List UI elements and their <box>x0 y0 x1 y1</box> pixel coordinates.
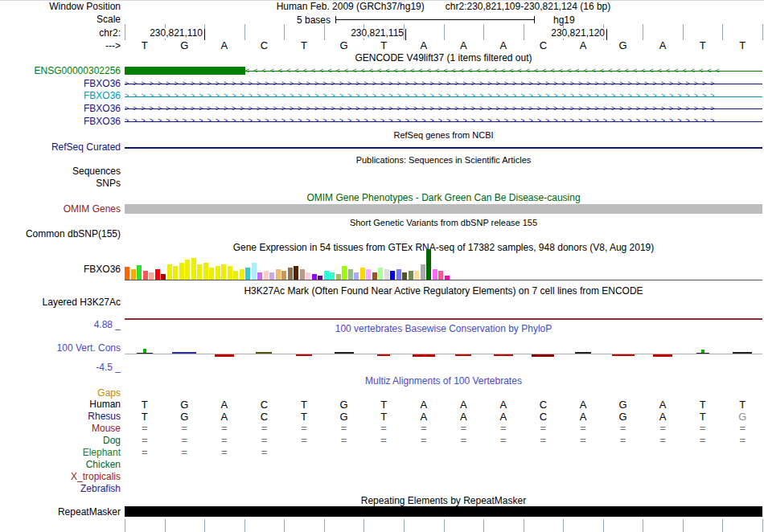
gtex-bar[interactable] <box>342 266 347 280</box>
track-caption-gencode[interactable]: GENCODE V49lift37 (1 items filtered out) <box>125 53 762 63</box>
gene-strand-arrows[interactable]: >>>>>>>>>>>>>>>>>>>>>>>>>>>>>>>>>>>>>>>>… <box>125 79 762 89</box>
multiz-rhesus-base[interactable]: C <box>252 411 276 423</box>
gtex-bar[interactable] <box>294 266 298 280</box>
multiz-dog-gap[interactable]: = <box>651 435 675 446</box>
multiz-human-base[interactable]: T <box>133 399 157 411</box>
multiz-human-base[interactable]: C <box>252 399 276 411</box>
phylop-mark[interactable] <box>215 354 234 357</box>
gtex-bar[interactable] <box>221 264 226 280</box>
multiz-dog-gap[interactable]: = <box>571 435 595 446</box>
gtex-bar[interactable] <box>300 269 305 280</box>
gtex-bar[interactable] <box>216 266 220 280</box>
multiz-elephant-gap[interactable]: = <box>172 447 196 458</box>
gene-strand-arrows[interactable]: >>>>>>>>>>>>>>>>>>>>>>>>>>>>>>>>>>>>>>>>… <box>125 104 762 114</box>
repeatmasker-bar[interactable] <box>125 506 762 517</box>
phylop-mark[interactable] <box>653 354 672 357</box>
track-label-zebrafish[interactable]: Zebrafish <box>0 484 121 494</box>
gtex-bar[interactable] <box>372 272 377 280</box>
gtex-bar[interactable] <box>360 268 365 280</box>
multiz-rhesus-base[interactable]: A <box>412 411 436 423</box>
gtex-bar[interactable] <box>264 271 269 280</box>
gtex-bar[interactable] <box>203 263 208 280</box>
multiz-rhesus-base[interactable]: G <box>332 411 356 423</box>
track-label-human[interactable]: Human <box>0 399 121 410</box>
multiz-rhesus-base[interactable]: A <box>451 411 475 423</box>
multiz-human-base[interactable]: T <box>372 399 396 411</box>
gtex-bar[interactable] <box>288 268 293 280</box>
phylop-mark[interactable] <box>575 352 591 354</box>
phylop-mark[interactable] <box>532 354 554 357</box>
multiz-rhesus-base[interactable]: G <box>611 411 635 423</box>
multiz-mouse-gap[interactable]: = <box>730 423 754 434</box>
multiz-dog-gap[interactable]: = <box>451 435 475 446</box>
multiz-elephant-gap[interactable]: = <box>212 447 236 458</box>
multiz-rhesus-base[interactable]: C <box>531 411 555 423</box>
multiz-dog-gap[interactable]: = <box>252 435 276 446</box>
gtex-bar[interactable] <box>269 272 274 280</box>
gtex-bar[interactable] <box>318 276 322 280</box>
track-label-elephant[interactable]: Elephant <box>0 448 121 458</box>
track-label-x-tropicalis[interactable]: X_tropicalis <box>0 472 121 482</box>
track-label-gtex-gene[interactable]: FBXO36 <box>0 264 121 275</box>
track-label-gene-fbxo36-4[interactable]: FBXO36 <box>0 117 121 127</box>
multiz-human-base[interactable]: C <box>531 399 555 411</box>
multiz-dog-gap[interactable]: = <box>212 435 236 446</box>
gene-strand-arrows[interactable]: <<<<<<<<<<<<<<<<<<<<<<<<<<<<<<<<<<<<<<<<… <box>245 66 762 76</box>
multiz-rhesus-base[interactable]: A <box>491 411 515 423</box>
multiz-mouse-gap[interactable]: = <box>412 423 436 434</box>
multiz-mouse-gap[interactable]: = <box>531 423 555 434</box>
multiz-mouse-gap[interactable]: = <box>133 423 157 434</box>
gtex-bar[interactable] <box>306 272 310 280</box>
track-label-omim-genes[interactable]: OMIM Genes <box>0 204 121 215</box>
gtex-bar[interactable] <box>390 271 395 280</box>
track-label-chicken[interactable]: Chicken <box>0 460 121 470</box>
multiz-rhesus-base[interactable]: T <box>372 411 396 423</box>
gtex-bar[interactable] <box>131 269 136 280</box>
gtex-bar[interactable] <box>324 271 329 280</box>
multiz-mouse-gap[interactable]: = <box>691 423 715 434</box>
phylop-mark[interactable] <box>612 354 635 356</box>
multiz-rhesus-base[interactable]: T <box>133 411 157 423</box>
multiz-human-base[interactable]: G <box>332 399 356 411</box>
phylop-mark[interactable] <box>137 353 153 354</box>
multiz-mouse-gap[interactable]: = <box>332 423 356 434</box>
track-caption-repeats[interactable]: Repeating Elements by RepeatMasker <box>125 496 762 506</box>
gtex-bar[interactable] <box>409 271 413 280</box>
multiz-dog-gap[interactable]: = <box>332 435 356 446</box>
gtex-bar[interactable] <box>149 272 154 280</box>
track-caption-omim[interactable]: OMIM Gene Phenotypes - Dark Green Can Be… <box>125 193 762 203</box>
track-label-gene-ensg[interactable]: ENSG00000302256 <box>0 66 121 76</box>
gtex-bar[interactable] <box>161 274 166 280</box>
multiz-human-base[interactable]: A <box>412 399 436 411</box>
gtex-bar[interactable] <box>384 269 389 280</box>
track-label-mouse[interactable]: Mouse <box>0 424 121 434</box>
gtex-bar[interactable] <box>245 268 250 280</box>
phylop-mark[interactable] <box>494 354 513 356</box>
multiz-dog-gap[interactable]: = <box>491 435 515 446</box>
gtex-bar[interactable] <box>197 264 202 280</box>
track-label-gaps[interactable]: Gaps <box>0 388 121 399</box>
gtex-bar[interactable] <box>185 260 190 280</box>
gtex-bar[interactable] <box>348 269 353 280</box>
track-label-snps[interactable]: SNPs <box>0 178 121 189</box>
track-caption-multiz[interactable]: Multiz Alignments of 100 Vertebrates <box>125 376 762 387</box>
gtex-bar[interactable] <box>173 266 178 280</box>
gtex-bar[interactable] <box>378 268 383 280</box>
phylop-mark[interactable] <box>733 352 752 354</box>
phylop-mark[interactable] <box>335 352 354 354</box>
gtex-bar[interactable] <box>426 249 431 280</box>
multiz-dog-gap[interactable]: = <box>133 435 157 446</box>
multiz-rhesus-base[interactable]: A <box>212 411 236 423</box>
track-caption-refseq[interactable]: RefSeq genes from NCBI <box>125 130 762 141</box>
multiz-mouse-gap[interactable]: = <box>451 423 475 434</box>
track-label-gene-fbxo36-1[interactable]: FBXO36 <box>0 79 121 89</box>
gtex-bar[interactable] <box>209 268 214 280</box>
track-label-sequences[interactable]: Sequences <box>0 166 121 177</box>
multiz-human-base[interactable]: A <box>212 399 236 411</box>
gtex-bar[interactable] <box>191 258 196 280</box>
gtex-bar[interactable] <box>137 265 142 280</box>
track-caption-dbsnp[interactable]: Short Genetic Variants from dbSNP releas… <box>125 218 762 228</box>
multiz-dog-gap[interactable]: = <box>611 435 635 446</box>
gtex-bar[interactable] <box>366 269 371 280</box>
gtex-bar[interactable] <box>312 274 317 280</box>
